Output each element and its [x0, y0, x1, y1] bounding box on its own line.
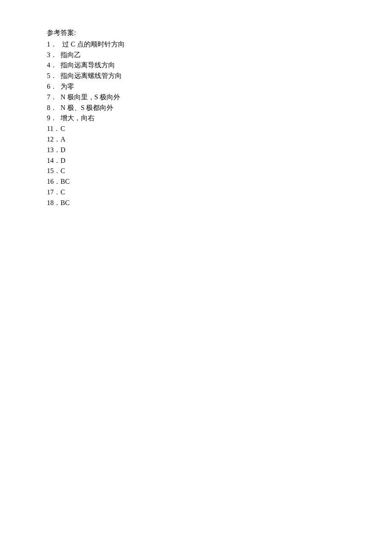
answer-text: D [61, 156, 66, 166]
answer-number: 3． [47, 50, 61, 61]
answer-text: 指向乙 [61, 50, 81, 61]
answer-number: 9． [47, 113, 61, 124]
answer-number: 17． [47, 187, 61, 198]
answer-row: 1． 过 C 点的顺时针方向 [47, 39, 345, 50]
answer-number: 1． [47, 39, 61, 50]
answer-number: 12． [47, 134, 61, 145]
answer-row: 17． C [47, 187, 345, 198]
answer-row: 13． D [47, 145, 345, 156]
answer-text: C [61, 124, 65, 134]
answer-text: BC [61, 198, 69, 208]
answer-text: N 极向里，S 极向外 [61, 92, 120, 103]
answer-number: 6． [47, 81, 61, 92]
answer-text: C [61, 166, 65, 176]
answer-text: 指向远离导线方向 [61, 60, 115, 71]
answer-text: A [61, 134, 66, 145]
answer-text: C [61, 187, 65, 198]
answer-number: 8． [47, 103, 61, 113]
answer-number: 13． [47, 145, 61, 156]
answer-row: 18． BC [47, 198, 345, 208]
answer-row: 7． N 极向里，S 极向外 [47, 92, 345, 103]
answer-row: 3． 指向乙 [47, 50, 345, 61]
answer-text: 指向远离螺线管方向 [61, 71, 122, 81]
answer-number: 5． [47, 71, 61, 81]
answer-number: 4． [47, 60, 61, 71]
answer-number: 16． [47, 176, 61, 187]
answer-row: 15． C [47, 166, 345, 176]
answer-text: N 极、S 极都向外 [61, 103, 113, 113]
answer-row: 14． D [47, 156, 345, 166]
answer-text: BC [61, 176, 69, 187]
answer-number: 18． [47, 198, 61, 208]
answer-text: D [61, 145, 66, 156]
answer-number: 11． [47, 124, 61, 134]
answer-text: 为零 [61, 81, 74, 92]
answer-row: 9． 增大，向右 [47, 113, 345, 124]
answer-text: 增大，向右 [61, 113, 95, 124]
answer-row: 11． C [47, 124, 345, 134]
answer-number: 14． [47, 156, 61, 166]
answer-key-title: 参考答案: [47, 28, 345, 38]
answer-number: 7． [47, 92, 61, 103]
answer-row: 5． 指向远离螺线管方向 [47, 71, 345, 81]
answer-text: 过 C 点的顺时针方向 [61, 39, 125, 50]
answer-row: 12． A [47, 134, 345, 145]
answer-row: 16． BC [47, 176, 345, 187]
answer-row: 6． 为零 [47, 81, 345, 92]
answer-number: 15． [47, 166, 61, 176]
answer-row: 8． N 极、S 极都向外 [47, 103, 345, 113]
answer-row: 4． 指向远离导线方向 [47, 60, 345, 71]
